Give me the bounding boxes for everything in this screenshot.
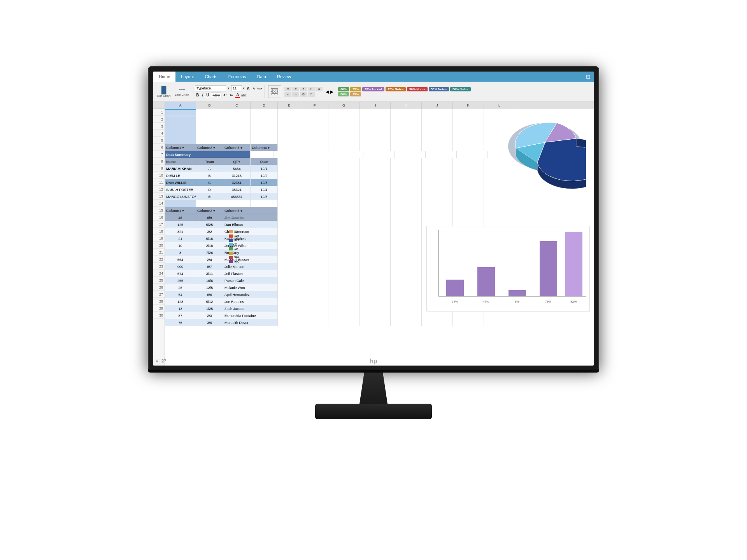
col-header-b[interactable]: B bbox=[196, 102, 223, 109]
strikethrough-button[interactable]: ABC bbox=[211, 93, 221, 98]
cell-a2[interactable] bbox=[165, 116, 196, 123]
cell-a10[interactable]: DIEM LE bbox=[165, 172, 196, 179]
cell-a14[interactable] bbox=[165, 200, 196, 207]
tab-formulas[interactable]: Formulas bbox=[223, 72, 252, 82]
col-header-a[interactable]: A bbox=[165, 102, 196, 109]
bar-chart-label: Bar Chart bbox=[157, 94, 170, 98]
cell-g1[interactable] bbox=[328, 109, 359, 116]
style-badges: 60% 25% 25% Accent 25% Notes 50% Notes 5… bbox=[338, 87, 471, 96]
svg-text:24%: 24% bbox=[452, 300, 458, 303]
cell-e1[interactable] bbox=[278, 109, 301, 116]
cell-b1[interactable] bbox=[196, 109, 223, 116]
align-right-button[interactable]: ≡ bbox=[300, 87, 307, 91]
badge-25b[interactable]: 25% bbox=[350, 92, 361, 96]
col-header-g[interactable]: G bbox=[328, 102, 359, 109]
cell-b8[interactable]: Team bbox=[196, 158, 223, 165]
svg-text:9%: 9% bbox=[515, 300, 519, 303]
prev-button[interactable]: ◀ bbox=[326, 89, 329, 94]
wrap-text-button[interactable]: ↵ bbox=[308, 87, 315, 91]
cell-a1[interactable] bbox=[165, 109, 196, 116]
badge-50notes-c[interactable]: 50% Notes bbox=[450, 87, 470, 91]
col-header-l[interactable]: L bbox=[484, 102, 515, 109]
cell-a9[interactable]: MARIAM KHAN bbox=[165, 165, 196, 172]
help-icon[interactable]: ⊟ bbox=[583, 72, 594, 82]
badge-50notes-a[interactable]: 50% Notes bbox=[407, 87, 427, 91]
font-name-input[interactable] bbox=[195, 85, 226, 91]
tab-charts[interactable]: Charts bbox=[199, 72, 223, 82]
tab-layout[interactable]: Layout bbox=[175, 72, 199, 82]
cell-f1[interactable] bbox=[301, 109, 328, 116]
tab-review[interactable]: Review bbox=[272, 72, 296, 82]
cell-a12[interactable]: SARAH FOSTER bbox=[165, 186, 196, 193]
svg-text:42%: 42% bbox=[483, 300, 489, 303]
tab-home[interactable]: Home bbox=[153, 72, 175, 82]
col-header-f[interactable]: F bbox=[301, 102, 328, 109]
subscript-button[interactable]: A₂ bbox=[228, 93, 234, 97]
badge-25a[interactable]: 25% bbox=[350, 87, 361, 91]
cell-a7-merged[interactable]: Data Summary bbox=[165, 151, 251, 158]
col-header-d[interactable]: D bbox=[251, 102, 278, 109]
cell-i1[interactable] bbox=[391, 109, 422, 116]
cell-a15[interactable]: Column1 ▾ bbox=[165, 207, 196, 214]
bold-button[interactable]: B bbox=[195, 93, 200, 98]
cell-c15[interactable]: Column3 ▾ bbox=[223, 207, 278, 214]
svg-rect-7 bbox=[509, 290, 526, 296]
badge-50b[interactable]: 50% bbox=[338, 92, 349, 96]
indent-right-button[interactable]: → bbox=[292, 92, 299, 97]
columns-area: A B C D E F G H I J K L bbox=[165, 102, 594, 366]
cell-a6[interactable]: Column1 ▾ bbox=[165, 144, 196, 151]
ribbon: Home Layout Charts Formulas Data Review … bbox=[153, 72, 594, 82]
cell-j1[interactable] bbox=[422, 109, 453, 116]
font-size-input[interactable] bbox=[231, 85, 242, 91]
cell-a8[interactable]: Name bbox=[165, 158, 196, 165]
col-header-j[interactable]: J bbox=[422, 102, 453, 109]
monitor-base bbox=[315, 404, 432, 419]
bar-chart-button[interactable]: ▐▌ Bar Chart bbox=[156, 85, 172, 98]
cell-d6[interactable]: Column4 ▾ bbox=[251, 144, 278, 151]
cell-c6[interactable]: Column3 ▾ bbox=[223, 144, 251, 151]
cell-b6[interactable]: Column2 ▾ bbox=[196, 144, 223, 151]
svg-rect-5 bbox=[477, 267, 495, 296]
tab-data[interactable]: Data bbox=[252, 72, 272, 82]
merge-button[interactable]: ⊞ bbox=[316, 87, 323, 91]
col-header-i[interactable]: I bbox=[391, 102, 422, 109]
shrink-font-button[interactable]: A bbox=[251, 86, 256, 91]
badge-25accent[interactable]: 25% Accent bbox=[362, 87, 384, 91]
col-header-h[interactable]: H bbox=[359, 102, 391, 109]
cell-a4[interactable] bbox=[165, 130, 196, 137]
font-color-button[interactable]: A bbox=[235, 92, 240, 98]
cell-a3[interactable] bbox=[165, 123, 196, 130]
col-header-k[interactable]: K bbox=[453, 102, 484, 109]
indent-left-button[interactable]: ← bbox=[284, 92, 291, 97]
italic-button[interactable]: I bbox=[201, 93, 204, 98]
col-header-c[interactable]: C bbox=[223, 102, 251, 109]
cell-d1[interactable] bbox=[251, 109, 278, 116]
bar-chart-icon: ▐▌ bbox=[159, 86, 169, 94]
superscript-button[interactable]: A² bbox=[222, 93, 228, 97]
align-center-button[interactable]: ≡ bbox=[292, 87, 299, 91]
cell-d8[interactable]: Date bbox=[251, 158, 278, 165]
badge-25notes[interactable]: 25% Notes bbox=[386, 87, 406, 91]
format-button[interactable]: ⊡ bbox=[300, 92, 307, 97]
bar-chart-legend: 45 125 321 21 10 3 564 900 bbox=[229, 230, 239, 263]
grow-font-button[interactable]: A bbox=[245, 86, 251, 91]
col-header-e[interactable]: E bbox=[278, 102, 301, 109]
cell-h1[interactable] bbox=[359, 109, 391, 116]
align-left-button[interactable]: ≡ bbox=[284, 87, 291, 91]
badge-60[interactable]: 60% bbox=[338, 87, 349, 91]
cell-a11[interactable]: DAN WILLIS bbox=[165, 179, 196, 186]
cell-c1[interactable] bbox=[223, 109, 251, 116]
line-chart-button[interactable]: 〰 Line Chart bbox=[173, 86, 191, 97]
cell-a13[interactable]: MARGO LUNSFORD bbox=[165, 193, 196, 200]
svg-text:79%: 79% bbox=[545, 300, 551, 303]
cell-k1[interactable] bbox=[453, 109, 484, 116]
underline-button[interactable]: U bbox=[205, 93, 210, 98]
borders-button[interactable]: □ bbox=[308, 92, 315, 97]
cell-b15[interactable]: Column2 ▾ bbox=[196, 207, 223, 214]
badge-50notes-b[interactable]: 50% Notes bbox=[429, 87, 449, 91]
hp-logo-icon: hp bbox=[370, 358, 377, 365]
picture-button[interactable]: 🖼 bbox=[268, 85, 281, 98]
next-button[interactable]: ▶ bbox=[330, 89, 333, 94]
cell-a5[interactable] bbox=[165, 137, 196, 144]
cell-c8[interactable]: QTY bbox=[223, 158, 251, 165]
